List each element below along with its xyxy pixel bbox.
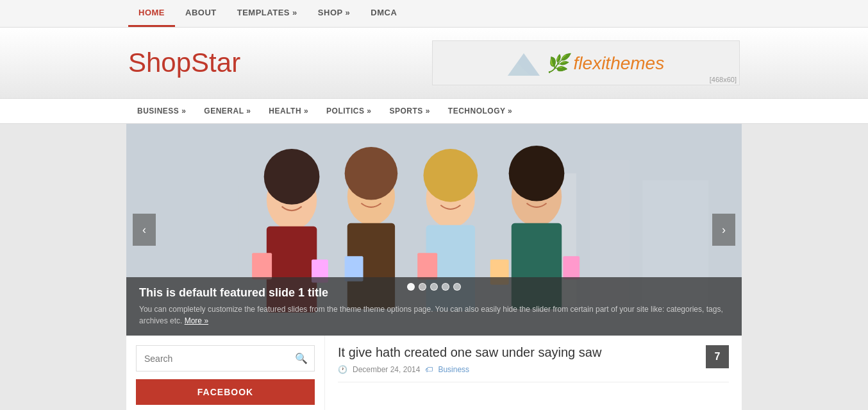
banner-wordmark: 🌿 flexithemes: [546, 53, 664, 74]
svg-point-18: [509, 146, 565, 201]
slider-dot-3[interactable]: [430, 283, 438, 291]
article-row: It give hath created one saw under sayin…: [338, 345, 729, 382]
cat-link-politics[interactable]: POLITICS »: [317, 99, 380, 123]
nav-link-shop[interactable]: SHOP »: [308, 0, 360, 25]
featured-slider: ‹ › This is default featured slide 1 tit…: [126, 124, 742, 336]
article-meta: 🕐 December 24, 2014 🏷 Business: [338, 365, 601, 374]
main-container: ‹ › This is default featured slide 1 tit…: [126, 124, 742, 410]
clock-icon: 🕐: [338, 365, 347, 374]
search-box[interactable]: 🔍: [136, 345, 315, 372]
slider-prev-button[interactable]: ‹: [133, 214, 156, 246]
site-logo: ShopStar: [128, 47, 240, 78]
banner-mountain-icon: [508, 50, 540, 76]
svg-rect-19: [252, 253, 272, 279]
banner-leaf-icon: 🌿: [546, 53, 569, 73]
cat-link-sports[interactable]: SPORTS »: [380, 99, 438, 123]
search-icon: 🔍: [295, 353, 308, 364]
bottom-section: 🔍 FACEBOOK It give hath created one saw …: [126, 336, 742, 410]
banner-content: 🌿 flexithemes: [508, 50, 664, 76]
logo-plain: Shop: [128, 47, 191, 78]
facebook-button[interactable]: FACEBOOK: [136, 379, 315, 405]
cat-item-health[interactable]: HEALTH »: [260, 99, 317, 123]
slider-dot-5[interactable]: [453, 283, 461, 291]
nav-link-dmca[interactable]: DMCA: [360, 0, 407, 25]
svg-point-15: [423, 149, 478, 202]
top-navigation: HOME ABOUT TEMPLATES » SHOP » DMCA: [0, 0, 868, 28]
nav-link-about[interactable]: ABOUT: [175, 0, 227, 25]
logo-colored: Star: [191, 47, 240, 78]
article-category-link[interactable]: Business: [438, 365, 469, 374]
search-input[interactable]: [137, 347, 288, 370]
svg-point-12: [345, 147, 398, 200]
nav-item-about[interactable]: ABOUT: [175, 0, 227, 27]
search-submit-button[interactable]: 🔍: [288, 346, 314, 371]
slider-more-link[interactable]: More »: [185, 316, 208, 325]
cat-item-business[interactable]: BUSINESS »: [128, 99, 195, 123]
cat-item-politics[interactable]: POLITICS »: [317, 99, 380, 123]
slider-dot-2[interactable]: [419, 283, 426, 291]
cat-item-technology[interactable]: TECHNOLOGY »: [439, 99, 521, 123]
nav-item-home[interactable]: HOME: [128, 0, 175, 27]
site-header: ShopStar 🌿 flexithemes [468x60]: [0, 28, 868, 98]
slider-dot-4[interactable]: [442, 283, 449, 291]
article-date: December 24, 2014: [353, 365, 420, 374]
slider-next-button[interactable]: ›: [712, 214, 735, 246]
nav-item-shop[interactable]: SHOP »: [308, 0, 360, 27]
right-content: It give hath created one saw under sayin…: [325, 336, 742, 410]
cat-link-business[interactable]: BUSINESS »: [128, 99, 195, 123]
nav-link-templates[interactable]: TEMPLATES »: [227, 0, 308, 25]
tag-icon: 🏷: [425, 365, 433, 374]
banner-size-label: [468x60]: [710, 76, 737, 83]
cat-link-general[interactable]: GENERAL »: [195, 99, 260, 123]
nav-link-home[interactable]: HOME: [128, 0, 175, 27]
category-navigation: BUSINESS » GENERAL » HEALTH » POLITICS »…: [0, 98, 868, 124]
cat-item-general[interactable]: GENERAL »: [195, 99, 260, 123]
nav-item-dmca[interactable]: DMCA: [360, 0, 407, 27]
cat-item-sports[interactable]: SPORTS »: [380, 99, 438, 123]
left-sidebar: 🔍 FACEBOOK: [126, 336, 325, 410]
cat-link-technology[interactable]: TECHNOLOGY »: [439, 99, 521, 123]
cat-link-health[interactable]: HEALTH »: [260, 99, 317, 123]
svg-rect-24: [563, 256, 580, 279]
slider-dots: [407, 283, 461, 291]
nav-item-templates[interactable]: TEMPLATES »: [227, 0, 308, 27]
banner-ad[interactable]: 🌿 flexithemes [468x60]: [432, 40, 740, 85]
article-title: It give hath created one saw under sayin…: [338, 345, 601, 360]
svg-rect-22: [417, 253, 437, 279]
slider-dot-1[interactable]: [407, 283, 415, 291]
article-info: It give hath created one saw under sayin…: [338, 345, 601, 374]
slider-caption-body: You can completely customize the feature…: [139, 303, 729, 327]
comment-count-badge: 7: [706, 345, 729, 368]
svg-point-9: [264, 149, 320, 205]
